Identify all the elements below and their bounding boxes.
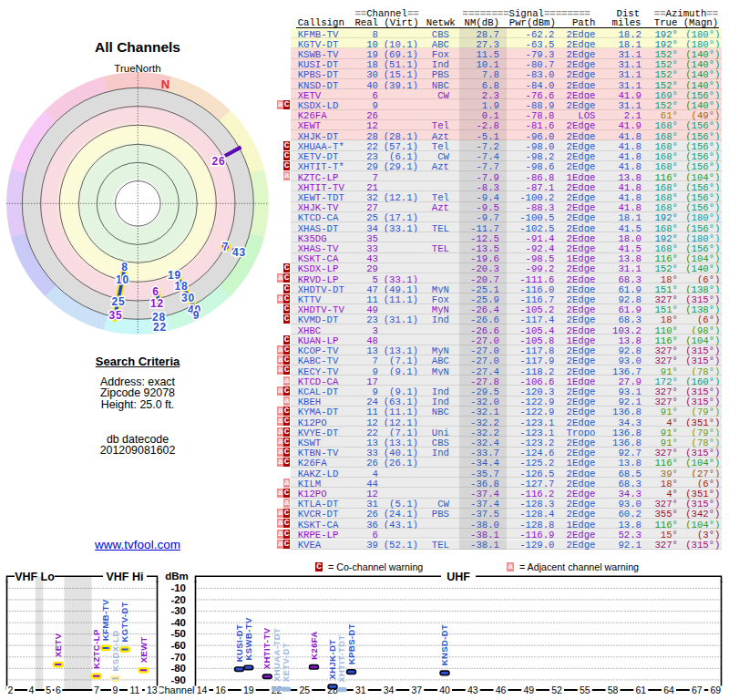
svg-text:7: 7 <box>94 685 99 695</box>
svg-text:Channel: Channel <box>158 685 195 695</box>
svg-text:46: 46 <box>496 685 507 695</box>
svg-text:-80: -80 <box>170 663 186 674</box>
svg-text:4: 4 <box>29 685 35 695</box>
svg-text:43: 43 <box>467 685 478 695</box>
svg-text:18: 18 <box>175 280 189 293</box>
svg-text:35: 35 <box>109 309 123 322</box>
svg-text:-70: -70 <box>170 652 186 663</box>
svg-text:KZTC-LP: KZTC-LP <box>91 629 101 669</box>
svg-text:10: 10 <box>116 273 129 286</box>
svg-text:9: 9 <box>113 685 118 695</box>
svg-text:26: 26 <box>212 155 226 168</box>
svg-text:61: 61 <box>635 685 646 695</box>
svg-text:16: 16 <box>215 685 226 695</box>
svg-text:-40: -40 <box>170 617 186 628</box>
svg-text:22: 22 <box>153 321 167 334</box>
svg-text:55: 55 <box>580 685 590 695</box>
svg-text:6: 6 <box>56 685 61 695</box>
svg-text:30: 30 <box>181 292 195 304</box>
svg-text:64: 64 <box>663 685 674 695</box>
svg-text:KNSD-DT: KNSD-DT <box>439 624 449 666</box>
svg-text:9: 9 <box>193 309 200 322</box>
svg-text:52: 52 <box>551 685 562 695</box>
svg-text:8: 8 <box>121 261 128 273</box>
svg-text:UHF: UHF <box>447 571 470 583</box>
svg-text:40: 40 <box>439 685 450 695</box>
svg-text:37: 37 <box>411 685 422 695</box>
svg-text:dBm: dBm <box>165 571 189 582</box>
svg-text:-60: -60 <box>170 640 186 651</box>
svg-text:11: 11 <box>130 685 140 695</box>
svg-text:31: 31 <box>355 685 366 695</box>
svg-text:N: N <box>161 77 169 91</box>
svg-text:12: 12 <box>150 297 164 310</box>
svg-text:5: 5 <box>46 685 51 695</box>
svg-text:49: 49 <box>523 685 534 695</box>
svg-text:14: 14 <box>197 685 208 695</box>
svg-text:-30: -30 <box>170 605 186 616</box>
svg-text:XETV: XETV <box>53 633 63 657</box>
svg-text:K26FA: K26FA <box>309 631 319 660</box>
svg-text:-50: -50 <box>170 628 186 639</box>
svg-text:25: 25 <box>299 685 310 695</box>
svg-text:34: 34 <box>384 685 395 695</box>
svg-text:-10: -10 <box>170 582 186 593</box>
svg-text:19: 19 <box>243 685 254 695</box>
svg-text:KGTV-DT: KGTV-DT <box>119 602 129 643</box>
svg-text:58: 58 <box>608 685 619 695</box>
svg-text:6: 6 <box>152 285 159 298</box>
svg-text:XETV-DT: XETV-DT <box>281 643 291 682</box>
svg-text:25: 25 <box>112 295 126 308</box>
svg-text:VHF Hi: VHF Hi <box>107 571 144 583</box>
svg-text:XEWT: XEWT <box>139 636 149 663</box>
svg-text:KPBS-DT: KPBS-DT <box>346 623 356 664</box>
svg-text:KSDX-LD: KSDX-LD <box>110 630 120 671</box>
svg-text:KSWB-TV: KSWB-TV <box>243 617 253 660</box>
svg-text:67: 67 <box>692 685 703 695</box>
svg-text:69: 69 <box>710 685 721 695</box>
svg-text:43: 43 <box>232 246 246 259</box>
svg-text:VHF Lo: VHF Lo <box>15 571 55 583</box>
svg-text:13: 13 <box>147 685 158 695</box>
svg-text:7: 7 <box>222 241 229 253</box>
svg-text:2: 2 <box>8 685 14 695</box>
svg-text:-20: -20 <box>170 594 186 605</box>
